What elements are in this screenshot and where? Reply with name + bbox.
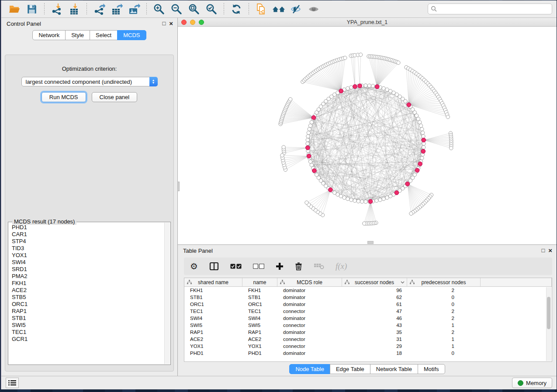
open-file-icon[interactable] — [7, 3, 22, 16]
divider-grip[interactable] — [177, 182, 180, 191]
table-cell: FKH1 — [184, 287, 242, 294]
import-network-icon[interactable] — [49, 3, 64, 16]
mcds-result-item[interactable]: CAR1 — [12, 231, 164, 238]
save-session-icon[interactable] — [24, 3, 39, 16]
search-box[interactable] — [428, 3, 552, 14]
mcds-result-item[interactable]: STB5 — [12, 294, 164, 301]
mcds-result-item[interactable]: SWI4 — [12, 259, 164, 266]
column-header[interactable]: successor nodes — [342, 278, 407, 286]
memory-button[interactable]: Memory — [512, 378, 552, 388]
show-columns-icon[interactable] — [209, 262, 219, 271]
home-icon[interactable] — [271, 3, 286, 16]
export-table-icon[interactable] — [109, 3, 124, 16]
select-all-icon[interactable] — [230, 264, 242, 269]
function-builder-icon[interactable]: f(x) — [336, 261, 347, 271]
tab-edge-table[interactable]: Edge Table — [330, 364, 370, 374]
table-row[interactable]: SWI5SWI5connector431 — [184, 322, 552, 329]
close-panel-icon[interactable]: × — [548, 248, 552, 253]
table-cell: 2 — [407, 329, 481, 336]
table-row[interactable]: STB1STB1dominator620 — [184, 294, 552, 301]
mcds-result-item[interactable]: GCR1 — [12, 336, 164, 343]
table-row[interactable]: YOX1YOX1connector291 — [184, 343, 552, 350]
export-network-icon[interactable] — [92, 3, 107, 16]
mcds-result-item[interactable]: SRD1 — [12, 266, 164, 273]
mcds-result-item[interactable]: TEC1 — [12, 329, 164, 336]
task-history-button[interactable] — [6, 378, 19, 388]
table-cell: dominator — [277, 294, 342, 301]
table-row[interactable]: RAP1RAP1dominator352 — [184, 329, 552, 336]
zoom-in-icon[interactable] — [152, 3, 166, 16]
mcds-result-item[interactable]: STB1 — [12, 315, 164, 322]
network-canvas[interactable] — [178, 27, 557, 244]
mcds-result-item[interactable]: TID3 — [12, 245, 164, 252]
table-scrollbar[interactable] — [546, 287, 551, 361]
search-input[interactable] — [437, 6, 549, 12]
table-cell: 96 — [342, 287, 407, 294]
mcds-result-item[interactable]: PHD1 — [12, 224, 164, 231]
table-cell: 47 — [342, 308, 407, 315]
mcds-result-item[interactable]: YOX1 — [12, 252, 164, 259]
table-row[interactable]: TEC1TEC1connector472 — [184, 308, 552, 315]
mcds-result-item[interactable]: SWI5 — [12, 322, 164, 329]
select-stepper-icon: ▲▼ — [149, 77, 158, 86]
column-header[interactable]: MCDS role — [277, 278, 342, 286]
table-cell: 43 — [342, 322, 407, 329]
deselect-all-icon[interactable] — [253, 264, 264, 269]
tab-select[interactable]: Select — [90, 30, 118, 40]
network-titlebar[interactable]: YPA_prune.txt_1 — [178, 18, 557, 27]
run-mcds-button[interactable]: Run MCDS — [42, 92, 86, 102]
table-cell: RAP1 — [242, 329, 277, 336]
tab-network[interactable]: Network — [32, 30, 66, 40]
close-panel-button[interactable]: Close panel — [92, 92, 138, 102]
show-graphics-details-icon[interactable] — [289, 3, 304, 16]
divider-grip[interactable] — [367, 241, 374, 244]
mcds-result-item[interactable]: PMA2 — [12, 273, 164, 280]
mcds-result-list[interactable]: PHD1CAR1STP4TID3YOX1SWI4SRD1PMA2FKH1ACE2… — [12, 224, 164, 364]
refresh-icon[interactable] — [229, 3, 244, 16]
optimization-criterion-select[interactable]: largest connected component (undirected)… — [21, 77, 158, 86]
table-cell: dominator — [277, 315, 342, 322]
table-row[interactable]: SWI4SWI4dominator462 — [184, 315, 552, 322]
mcds-result-item[interactable]: ACE2 — [12, 287, 164, 294]
status-bar: Memory — [1, 376, 557, 389]
table-row[interactable]: ORC1ORC1dominator610 — [184, 301, 552, 308]
table-cell: SWI4 — [184, 315, 242, 322]
table-scrollbar-thumb[interactable] — [547, 297, 550, 329]
tab-node-table[interactable]: Node Table — [289, 364, 330, 374]
birdseye-view-icon[interactable] — [306, 3, 321, 16]
mcds-result-item[interactable]: RAP1 — [12, 308, 164, 315]
float-panel-icon[interactable]: □ — [541, 248, 545, 253]
delete-column-icon[interactable] — [295, 262, 302, 271]
delete-table-icon[interactable] — [314, 263, 324, 270]
column-header[interactable]: predecessor nodes — [407, 278, 481, 286]
tab-mcds[interactable]: MCDS — [117, 30, 146, 40]
zoom-selected-icon[interactable] — [204, 3, 219, 16]
mcds-result-item[interactable]: ORC1 — [12, 301, 164, 308]
import-table-icon[interactable] — [67, 3, 82, 16]
table-settings-icon[interactable]: ⚙ — [190, 262, 198, 271]
column-header[interactable]: shared name — [184, 278, 242, 286]
table-cell: ACE2 — [184, 336, 242, 343]
tab-motifs[interactable]: Motifs — [418, 364, 445, 374]
mcds-result-item[interactable]: FKH1 — [12, 280, 164, 287]
export-image-icon[interactable] — [127, 3, 142, 16]
control-panel-title: Control Panel — [7, 21, 41, 27]
table-row[interactable]: FKH1FKH1dominator962 — [184, 287, 552, 294]
network-graph[interactable] — [178, 27, 556, 244]
mcds-result-scrollbar[interactable] — [164, 223, 170, 364]
column-header[interactable]: name — [242, 278, 277, 286]
zoom-fit-icon[interactable] — [187, 3, 201, 16]
table-cell: TEC1 — [242, 308, 277, 315]
float-panel-icon[interactable]: □ — [162, 21, 166, 26]
table-row[interactable]: PHD1PHD1dominator180 — [184, 350, 552, 357]
mcds-result-item[interactable]: STP4 — [12, 238, 164, 245]
table-row[interactable]: ACE2ACE2connector311 — [184, 336, 552, 343]
copy-style-icon[interactable] — [254, 3, 269, 16]
tab-style[interactable]: Style — [65, 30, 90, 40]
table-cell: SWI4 — [242, 315, 277, 322]
tab-network-table[interactable]: Network Table — [370, 364, 418, 374]
close-panel-icon[interactable]: × — [169, 21, 173, 26]
zoom-out-icon[interactable] — [169, 3, 184, 16]
mcds-panel: Optimization criterion: largest connecte… — [5, 55, 174, 371]
add-column-icon[interactable] — [276, 262, 284, 270]
